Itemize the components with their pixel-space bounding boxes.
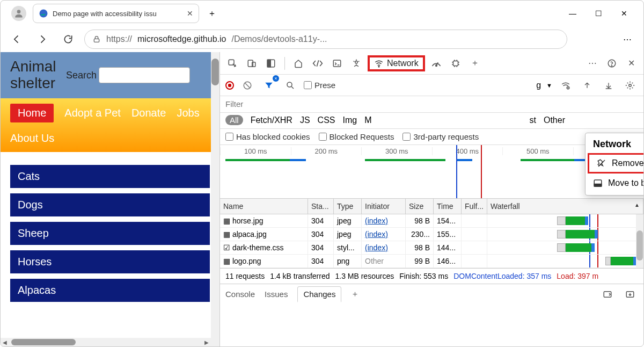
status-requests: 11 requests [225, 272, 265, 280]
col-waterfall[interactable]: Waterfall▲ [487, 199, 643, 214]
network-conditions-icon[interactable] [558, 77, 574, 93]
type-media[interactable]: M [364, 115, 371, 125]
site-nav: Home Adopt a Pet Donate Jobs About Us [1, 98, 219, 152]
refresh-button[interactable] [58, 30, 78, 49]
maximize-button[interactable]: ☐ [592, 7, 605, 20]
import-icon[interactable] [601, 77, 617, 93]
close-tab-icon[interactable]: ✕ [187, 9, 193, 18]
url-host: microsoftedge.github.io [137, 34, 226, 44]
col-status[interactable]: Sta... [308, 199, 334, 214]
col-size[interactable]: Size [406, 199, 434, 214]
toolbar-caret-icon[interactable]: ▼ [546, 82, 552, 89]
drawer-dock-icon[interactable] [622, 286, 638, 302]
clear-button[interactable] [239, 77, 255, 93]
type-js[interactable]: JS [300, 115, 310, 125]
cat-cats[interactable]: Cats [10, 165, 210, 188]
welcome-icon[interactable] [290, 55, 306, 71]
cat-alpacas[interactable]: Alpacas [10, 279, 210, 302]
export-icon[interactable] [579, 77, 595, 93]
site-logo: Animal shelter [10, 59, 64, 92]
devtools-menu-button[interactable]: ⋯ [584, 55, 601, 71]
type-css[interactable]: CSS [318, 115, 335, 125]
drawer-expand-icon[interactable] [599, 286, 616, 302]
memory-icon[interactable] [448, 55, 464, 71]
preserve-log-checkbox[interactable]: Prese [304, 81, 335, 90]
third-party-checkbox[interactable]: 3rd-party requests [402, 132, 479, 141]
nav-adopt[interactable]: Adopt a Pet [64, 107, 121, 119]
profile-avatar[interactable] [11, 6, 26, 21]
blocked-requests-checkbox[interactable]: Blocked Requests [319, 132, 394, 141]
titlebar: Demo page with accessibility issu ✕ ＋ — … [1, 1, 643, 26]
table-row[interactable]: ▦ alpaca.jpg304jpeg(index)230...155... [220, 228, 643, 241]
col-initiator[interactable]: Initiator [362, 199, 406, 214]
elements-icon[interactable] [310, 55, 326, 71]
svg-rect-12 [453, 61, 458, 66]
drawer-issues[interactable]: Issues [265, 290, 288, 299]
col-type[interactable]: Type [334, 199, 362, 214]
filter-input[interactable] [225, 99, 354, 109]
context-title: Network [586, 136, 644, 152]
grid-vscroll[interactable] [636, 214, 643, 268]
type-filter-bar: All Fetch/XHR JS CSS Img M st Other [220, 113, 643, 129]
type-fetch[interactable]: Fetch/XHR [251, 115, 292, 125]
navbar: https://microsoftedge.github.io/Demos/de… [1, 26, 643, 52]
close-devtools-button[interactable]: ✕ [623, 55, 639, 71]
help-icon[interactable] [604, 55, 620, 71]
context-menu: Network Remove from Activity Bar Move to… [585, 133, 644, 196]
address-bar[interactable]: https://microsoftedge.github.io/Demos/de… [84, 30, 567, 49]
context-move[interactable]: Move to bottom Quick View [586, 175, 644, 192]
table-row[interactable]: ▦ horse.jpg304jpeg(index)98 B154... [220, 214, 643, 228]
record-button[interactable] [225, 81, 234, 90]
type-other[interactable]: Other [544, 115, 565, 125]
drawer-changes[interactable]: Changes [297, 286, 341, 302]
nav-about[interactable]: About Us [10, 132, 54, 144]
device-icon[interactable] [244, 55, 260, 71]
search-input[interactable] [99, 67, 190, 83]
sources-icon[interactable] [348, 55, 364, 71]
type-all[interactable]: All [225, 115, 243, 125]
nav-jobs[interactable]: Jobs [177, 107, 199, 119]
timeline-overview[interactable]: 100 ms 200 ms 300 ms 400 ms 500 ms 600 m… [220, 145, 643, 199]
page-vscroll[interactable] [211, 52, 219, 346]
filter-toggle-button[interactable] [261, 77, 277, 93]
minimize-button[interactable]: — [566, 7, 579, 20]
status-resources: 1.3 MB resources [335, 272, 394, 280]
svg-rect-8 [333, 60, 341, 67]
drawer-add-button[interactable]: ＋ [351, 289, 359, 299]
blocked-cookies-checkbox[interactable]: Has blocked cookies [225, 132, 310, 141]
context-remove[interactable]: Remove from Activity Bar [588, 153, 644, 174]
table-row[interactable]: ▦ logo.png304pngOther99 B146... [220, 255, 643, 268]
new-tab-button[interactable]: ＋ [203, 5, 221, 22]
svg-rect-2 [94, 39, 99, 42]
cat-horses[interactable]: Horses [10, 250, 210, 273]
nav-home[interactable]: Home [10, 104, 54, 122]
type-manifest[interactable]: st [530, 115, 536, 125]
search-button[interactable] [282, 77, 298, 93]
page-hscroll[interactable]: ◀▶ [1, 338, 211, 346]
cat-dogs[interactable]: Dogs [10, 193, 210, 216]
dock-icon[interactable] [263, 55, 279, 71]
svg-rect-22 [594, 184, 602, 187]
close-window-button[interactable]: ✕ [618, 7, 631, 20]
table-row[interactable]: ☑ dark-theme.css304styl...(index)98 B144… [220, 241, 643, 255]
type-img[interactable]: Img [343, 115, 357, 125]
cat-sheep[interactable]: Sheep [10, 222, 210, 245]
col-time[interactable]: Time [434, 199, 462, 214]
drawer-console[interactable]: Console [225, 290, 255, 299]
tick: 500 ms [502, 147, 573, 155]
inspect-icon[interactable] [224, 55, 240, 71]
nav-donate[interactable]: Donate [131, 107, 166, 119]
more-tabs-button[interactable]: ＋ [467, 55, 483, 71]
back-button[interactable] [7, 30, 26, 49]
browser-tab[interactable]: Demo page with accessibility issu ✕ [33, 4, 199, 23]
tab-network[interactable]: Network [368, 55, 425, 71]
performance-icon[interactable] [428, 55, 444, 71]
tick: 100 ms [220, 147, 291, 155]
col-name[interactable]: Name [220, 199, 308, 214]
console-icon[interactable] [329, 55, 345, 71]
browser-menu-button[interactable]: ⋯ [618, 30, 637, 49]
col-fulfilled[interactable]: Fulf... [462, 199, 487, 214]
forward-button[interactable] [33, 30, 52, 49]
settings-icon[interactable] [622, 77, 638, 93]
network-icon [374, 59, 384, 68]
